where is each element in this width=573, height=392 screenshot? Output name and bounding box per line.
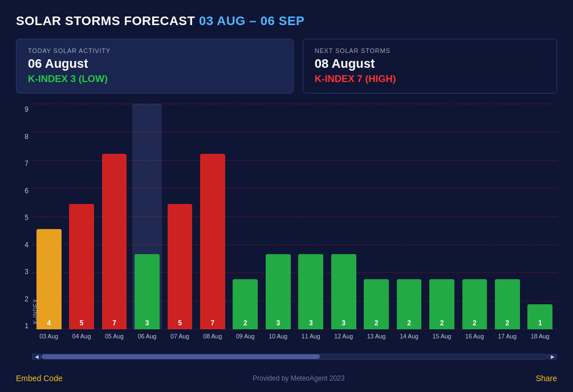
- bar: 7: [200, 154, 225, 329]
- chart-plot: 4573572333222221 03 Aug04 Aug05 Aug06 Au…: [32, 104, 557, 351]
- bar-value: 2: [473, 319, 477, 327]
- bar-value: 5: [178, 319, 182, 327]
- bar: 3: [266, 254, 291, 329]
- embed-code-link[interactable]: Embed Code: [16, 374, 63, 383]
- x-axis-label: 04 Aug: [67, 333, 96, 340]
- bar-value: 3: [309, 319, 313, 327]
- today-card: TODAY SOLAR ACTIVITY 06 August K-INDEX 3…: [16, 39, 294, 93]
- y-axis-label: 1: [16, 322, 32, 329]
- next-kindex: K-INDEX 7 (HIGH): [315, 74, 545, 85]
- bar-group: 3: [296, 104, 326, 329]
- info-cards-row: TODAY SOLAR ACTIVITY 06 August K-INDEX 3…: [16, 39, 557, 93]
- bar: 2: [397, 279, 422, 329]
- bar-value: 2: [506, 319, 510, 327]
- bar-value: 3: [342, 319, 346, 327]
- main-container: SOLAR STORMS FORECAST 03 AUG – 06 SEP TO…: [0, 0, 573, 392]
- x-axis-label: 08 Aug: [198, 333, 227, 340]
- footer: Embed Code Provided by MeteoAgent 2023 S…: [16, 371, 557, 383]
- y-axis-label: 3: [16, 268, 32, 275]
- bar: 1: [527, 304, 552, 329]
- bar-group: 2: [493, 104, 522, 329]
- bars-container: 4573572333222221: [32, 104, 557, 329]
- bar: 2: [495, 279, 520, 329]
- y-axis-labels: 123456789: [16, 104, 32, 351]
- bar-group: 2: [361, 104, 391, 329]
- y-axis-label: 7: [16, 160, 32, 167]
- x-axis-label: 17 Aug: [493, 333, 522, 340]
- bar: 2: [429, 279, 454, 329]
- x-axis-label: 13 Aug: [361, 333, 391, 340]
- x-axis-label: 16 Aug: [460, 333, 489, 340]
- footer-credit: Provided by MeteoAgent 2023: [253, 374, 346, 382]
- bar: 7: [102, 154, 127, 329]
- today-label: TODAY SOLAR ACTIVITY: [28, 47, 282, 54]
- bar-group: 3: [263, 104, 292, 329]
- x-axis-label: 12 Aug: [329, 333, 358, 340]
- x-axis-label: 09 Aug: [231, 333, 260, 340]
- title-static: SOLAR STORMS FORECAST: [16, 14, 195, 28]
- scrollbar-track[interactable]: [41, 354, 548, 360]
- y-axis-title: K-INDEX: [32, 299, 39, 324]
- bar: 3: [135, 254, 160, 329]
- bar: 5: [168, 204, 193, 329]
- bar: 4: [36, 229, 62, 329]
- bar-value: 3: [276, 319, 280, 327]
- bar-group: 7: [198, 104, 227, 329]
- next-kindex-text: K-INDEX 7: [315, 74, 363, 84]
- bar-value: 7: [211, 319, 215, 327]
- bar-group: 3: [132, 104, 161, 329]
- chart-section: 123456789 4573572333222221 03 Aug04 Aug0…: [16, 104, 557, 361]
- bar-group: 2: [395, 104, 424, 329]
- next-card: NEXT SOLAR STORMS 08 August K-INDEX 7 (H…: [303, 39, 557, 93]
- x-axis-label: 05 Aug: [100, 333, 129, 340]
- today-kindex-text: K-INDEX 3: [28, 74, 76, 84]
- x-axis-label: 03 Aug: [34, 333, 63, 340]
- x-labels: 03 Aug04 Aug05 Aug06 Aug07 Aug08 Aug09 A…: [32, 329, 557, 351]
- scrollbar-right-arrow[interactable]: ▶: [548, 354, 557, 360]
- today-kindex-level: (LOW): [79, 74, 108, 84]
- bar: 2: [364, 279, 389, 329]
- bar-group: 2: [427, 104, 456, 329]
- bar-value: 7: [112, 319, 116, 327]
- page-title: SOLAR STORMS FORECAST 03 AUG – 06 SEP: [16, 14, 557, 28]
- next-kindex-level: (HIGH): [365, 74, 396, 84]
- bar-group: 3: [329, 104, 358, 329]
- bar-value: 2: [375, 319, 379, 327]
- bar: 3: [298, 254, 323, 329]
- y-axis-label: 5: [16, 214, 32, 221]
- y-axis-label: 6: [16, 187, 32, 194]
- next-label: NEXT SOLAR STORMS: [315, 47, 545, 54]
- bar: 3: [331, 254, 356, 329]
- x-axis-label: 14 Aug: [395, 333, 424, 340]
- y-axis-label: 8: [16, 133, 32, 140]
- bar-value: 2: [440, 319, 444, 327]
- bar-group: 7: [100, 104, 129, 329]
- bar-value: 2: [243, 319, 247, 327]
- bar-value: 2: [407, 319, 411, 327]
- bar-value: 1: [538, 319, 542, 327]
- y-axis-label: 4: [16, 242, 32, 248]
- x-axis-label: 06 Aug: [132, 333, 161, 340]
- chart-area: 123456789 4573572333222221 03 Aug04 Aug0…: [16, 104, 557, 351]
- bar: 2: [233, 279, 258, 329]
- y-axis-label: 2: [16, 296, 32, 303]
- bar-value: 5: [80, 319, 84, 327]
- share-link[interactable]: Share: [536, 374, 557, 383]
- bar-group: 2: [460, 104, 489, 329]
- today-date: 06 August: [28, 56, 282, 71]
- bar-group: 1: [526, 104, 555, 329]
- x-axis-label: 11 Aug: [296, 333, 326, 340]
- bar-value: 3: [145, 319, 149, 327]
- x-axis-label: 15 Aug: [427, 333, 456, 340]
- x-axis-label: 18 Aug: [526, 333, 555, 340]
- bar-group: 4: [34, 104, 63, 329]
- y-axis-label: 9: [16, 106, 32, 113]
- bar-value: 4: [47, 319, 51, 327]
- scrollbar-left-arrow[interactable]: ◀: [32, 354, 41, 360]
- scrollbar-row: ◀ ▶: [32, 352, 557, 361]
- bar-group: 5: [165, 104, 194, 329]
- bar: 2: [462, 279, 487, 329]
- bar-group: 5: [67, 104, 96, 329]
- today-kindex: K-INDEX 3 (LOW): [28, 74, 282, 85]
- bar-group: 2: [231, 104, 260, 329]
